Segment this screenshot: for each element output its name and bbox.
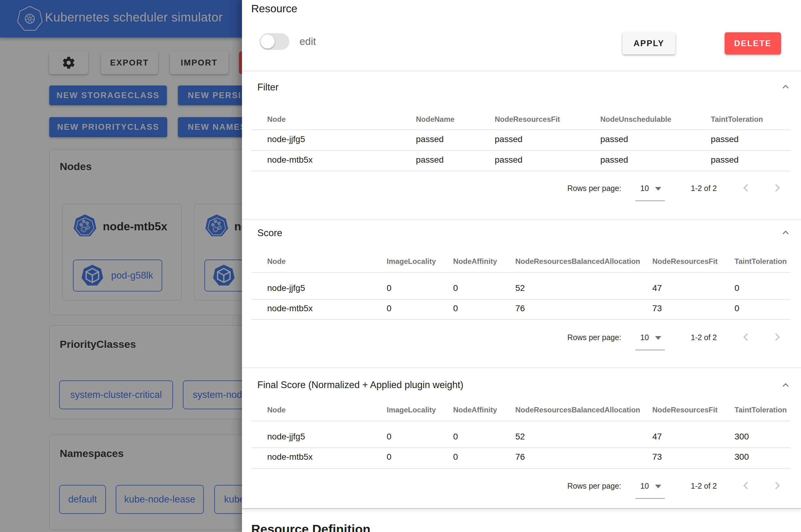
- score-section-title: Score: [257, 228, 282, 239]
- table-cell: 0: [453, 452, 458, 462]
- edit-toggle-label: edit: [299, 36, 316, 48]
- table-cell: node-mtb5x: [267, 304, 313, 314]
- divider: [251, 299, 790, 300]
- column-header: NodeAffinity: [453, 405, 497, 414]
- table-cell: 0: [453, 304, 458, 314]
- divider: [242, 367, 801, 368]
- filter-section-title: Filter: [257, 82, 278, 93]
- table-cell: 0: [387, 283, 392, 293]
- previous-page-icon[interactable]: [741, 332, 751, 342]
- table-cell: 0: [387, 452, 392, 462]
- next-page-icon[interactable]: [772, 480, 783, 491]
- table-cell: 0: [387, 304, 392, 314]
- caret-down-icon[interactable]: [655, 484, 661, 488]
- divider: [251, 130, 790, 130]
- pagination-range: 1-2 of 2: [691, 481, 717, 491]
- table-cell: 47: [652, 283, 662, 293]
- edit-toggle[interactable]: [260, 33, 289, 50]
- table-cell: passed: [416, 155, 443, 165]
- divider: [251, 448, 790, 448]
- column-header: NodeResourcesFit: [652, 257, 717, 266]
- caret-down-icon[interactable]: [655, 187, 661, 191]
- table-cell: passed: [600, 134, 628, 144]
- next-page-icon[interactable]: [772, 183, 783, 193]
- pagination-range: 1-2 of 2: [691, 333, 717, 342]
- divider: [251, 421, 790, 421]
- resource-drawer: Resource edit APPLY DELETE Filter Node N…: [242, 0, 801, 532]
- table-cell: 47: [652, 432, 662, 442]
- divider: [251, 150, 790, 151]
- divider: [251, 319, 790, 320]
- column-header: TaintToleration: [734, 405, 787, 414]
- chevron-up-icon[interactable]: [781, 381, 790, 390]
- column-header: Node: [267, 405, 286, 414]
- table-cell: 0: [734, 304, 740, 314]
- table-cell: node-jjfg5: [267, 283, 305, 293]
- table-cell: passed: [711, 155, 739, 165]
- table-cell: 300: [734, 432, 749, 442]
- apply-button[interactable]: APPLY: [622, 32, 675, 54]
- column-header: NodeAffinity: [453, 257, 497, 266]
- column-header: NodeResourcesBalancedAllocation: [515, 257, 640, 266]
- table-cell: 0: [453, 283, 458, 293]
- column-header: Node: [267, 115, 286, 124]
- table-cell: 52: [515, 283, 525, 293]
- edit-toggle-knob: [260, 35, 275, 49]
- table-cell: 76: [515, 452, 525, 462]
- table-cell: 73: [652, 452, 662, 462]
- table-cell: passed: [711, 134, 739, 144]
- divider: [242, 71, 801, 71]
- chevron-up-icon[interactable]: [781, 228, 790, 238]
- pagination-range: 1-2 of 2: [691, 184, 717, 193]
- screen: Kubernetes scheduler simulator EXPORT IM…: [0, 0, 801, 532]
- select-underline: [635, 350, 665, 350]
- previous-page-icon[interactable]: [741, 480, 751, 491]
- next-page-icon[interactable]: [772, 332, 783, 342]
- table-cell: passed: [416, 134, 443, 144]
- column-header: NodeResourcesFit: [652, 405, 717, 414]
- table-cell: 0: [734, 283, 740, 293]
- column-header: NodeUnschedulable: [600, 115, 671, 124]
- table-cell: 0: [453, 432, 458, 442]
- divider: [242, 219, 801, 220]
- previous-page-icon[interactable]: [741, 183, 751, 193]
- select-underline: [635, 498, 665, 499]
- final-score-section-title: Final Score (Normalized + Applied plugin…: [257, 379, 463, 391]
- panel-title: Resource: [251, 2, 297, 15]
- column-header: TaintToleration: [711, 115, 763, 124]
- column-header: Node: [267, 257, 286, 266]
- divider: [251, 272, 790, 273]
- column-header: NodeResourcesBalancedAllocation: [515, 405, 640, 414]
- table-cell: 76: [515, 304, 525, 314]
- column-header: TaintToleration: [734, 257, 787, 266]
- rows-per-page-select[interactable]: 10: [640, 184, 649, 193]
- divider: [251, 468, 790, 469]
- table-cell: 52: [515, 432, 525, 442]
- table-cell: 300: [734, 452, 749, 462]
- rows-per-page-label: Rows per page:: [567, 184, 621, 193]
- resource-definition-title: Resource Definition: [251, 522, 370, 532]
- table-cell: passed: [495, 134, 523, 144]
- column-header: ImageLocality: [387, 257, 436, 266]
- table-cell: node-mtb5x: [267, 155, 313, 165]
- table-cell: passed: [600, 155, 628, 165]
- column-header: NodeName: [416, 115, 454, 124]
- table-cell: passed: [495, 155, 523, 165]
- rows-per-page-select[interactable]: 10: [640, 481, 649, 491]
- table-cell: node-jjfg5: [267, 134, 305, 144]
- divider: [242, 508, 801, 509]
- table-cell: node-mtb5x: [267, 452, 313, 462]
- table-cell: node-jjfg5: [267, 432, 305, 442]
- table-cell: 73: [652, 304, 662, 314]
- table-cell: 0: [387, 432, 392, 442]
- divider: [251, 171, 790, 171]
- caret-down-icon[interactable]: [655, 336, 661, 340]
- column-header: ImageLocality: [387, 405, 436, 414]
- rows-per-page-select[interactable]: 10: [640, 333, 649, 342]
- chevron-up-icon[interactable]: [781, 82, 790, 92]
- column-header: NodeResourcesFit: [495, 115, 560, 124]
- rows-per-page-label: Rows per page:: [567, 333, 621, 342]
- select-underline: [635, 201, 665, 201]
- delete-button[interactable]: DELETE: [725, 32, 781, 54]
- rows-per-page-label: Rows per page:: [567, 481, 621, 491]
